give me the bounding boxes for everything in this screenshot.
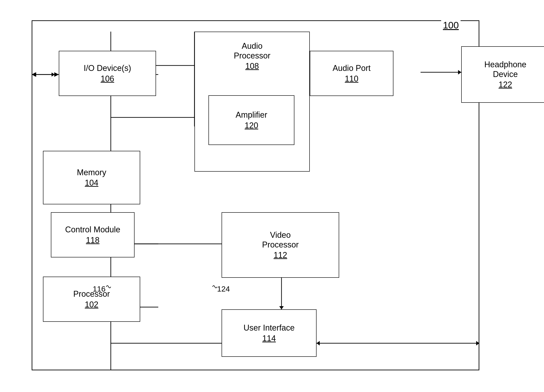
video-processor-box: VideoProcessor 112 (222, 212, 339, 278)
bus-124-label: 124 (217, 284, 230, 293)
amplifier-id: 120 (245, 121, 258, 130)
control-module-box: Control Module 118 (51, 212, 135, 257)
diagram-container: 100 (14, 9, 534, 382)
audio-port-label: Audio Port (333, 63, 371, 73)
audio-processor-id: 108 (245, 61, 259, 71)
io-device-label: I/O Device(s) (84, 63, 131, 73)
memory-label: Memory (77, 167, 106, 177)
control-module-id: 118 (86, 236, 100, 245)
video-processor-label: VideoProcessor (262, 230, 299, 249)
audio-processor-box: AudioProcessor 108 Amplifier 120 (195, 32, 310, 172)
headphone-device-label: HeadphoneDevice (484, 60, 526, 79)
control-module-label: Control Module (65, 225, 120, 234)
headphone-device-id: 122 (499, 80, 512, 89)
processor-id: 102 (85, 300, 98, 309)
io-device-id: 106 (101, 74, 114, 84)
user-interface-id: 114 (262, 334, 276, 343)
amplifier-box: Amplifier 120 (208, 95, 294, 145)
headphone-device-box: HeadphoneDevice 122 (461, 46, 544, 103)
memory-box: Memory 104 (43, 151, 140, 204)
amplifier-label: Amplifier (236, 110, 267, 120)
audio-port-id: 110 (345, 74, 358, 84)
system-id-label: 100 (441, 20, 461, 31)
user-interface-box: User Interface 114 (222, 309, 317, 357)
audio-port-box: Audio Port 110 (310, 51, 393, 96)
user-interface-label: User Interface (243, 323, 295, 333)
video-processor-id: 112 (274, 250, 287, 260)
bus-116-label: 116 (93, 284, 106, 293)
audio-processor-label: AudioProcessor (234, 41, 270, 61)
memory-id: 104 (85, 178, 98, 188)
io-device-box: I/O Device(s) 106 (59, 51, 156, 96)
processor-box: Processor 102 (43, 277, 140, 322)
